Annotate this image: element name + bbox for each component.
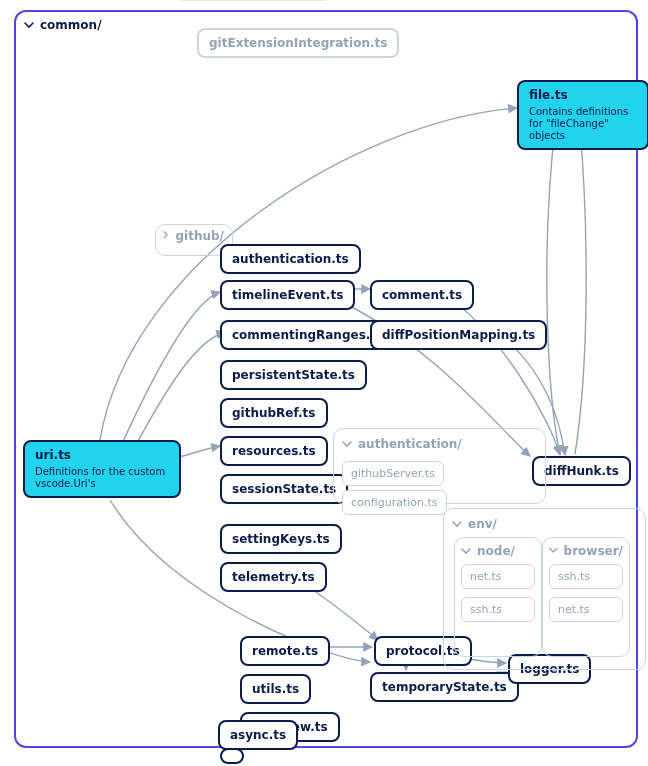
group-env-browser: browser/ ssh.ts net.ts [542,537,630,657]
node-comment[interactable]: comment.ts [370,280,474,310]
node-sessionState[interactable]: sessionState.ts [220,474,348,504]
group-env-node-header[interactable]: node/ [461,544,535,558]
node-env-node-net[interactable]: net.ts [461,564,535,589]
node-label: telemetry.ts [232,570,315,584]
node-label: ssh.ts [470,603,502,616]
node-label: utils.ts [252,682,299,696]
node-label: temporaryState.ts [382,680,507,694]
node-diffPositionMapping[interactable]: diffPositionMapping.ts [370,320,547,350]
node-label: ssh.ts [558,570,590,583]
node-utils[interactable]: utils.ts [240,674,311,704]
group-env-label: env/ [468,517,497,531]
chevron-down-icon [461,546,471,556]
node-label: commentingRanges.ts [232,328,383,342]
group-authentication: authentication/ githubServer.ts configur… [333,428,546,504]
node-resources[interactable]: resources.ts [220,436,328,466]
node-label: timelineEvent.ts [232,288,343,302]
node-async-wrapper [220,748,244,764]
node-label: githubRef.ts [232,406,316,420]
node-desc: Definitions for the custom vscode.Uri's [35,466,169,490]
diagram-stage: { "groups": { "common": { "label": "comm… [0,0,648,766]
node-diffHunk[interactable]: diffHunk.ts [532,456,631,486]
group-env-node-label: node/ [477,544,515,558]
node-gitExtensionIntegration[interactable]: gitExtensionIntegration.ts [197,28,399,58]
group-common-label: common/ [40,18,102,32]
group-common-header[interactable]: common/ [24,18,102,32]
node-label: settingKeys.ts [232,532,330,546]
group-env: env/ node/ net.ts ssh.ts browser/ ssh.ts… [443,508,646,670]
chevron-down-icon [342,439,352,449]
node-persistentState[interactable]: persistentState.ts [220,360,367,390]
node-label: diffHunk.ts [544,464,619,478]
node-label: persistentState.ts [232,368,355,382]
group-env-browser-label: browser/ [564,544,623,558]
chevron-right-icon [162,231,170,241]
group-env-browser-header[interactable]: browser/ [549,544,623,558]
node-label: gitExtensionIntegration.ts [209,36,387,50]
node-label: configuration.ts [351,496,438,509]
node-remote[interactable]: remote.ts [240,636,330,666]
node-uri[interactable]: uri.ts Definitions for the custom vscode… [23,440,181,498]
node-temporaryState[interactable]: temporaryState.ts [370,672,519,702]
node-timelineEvent[interactable]: timelineEvent.ts [220,280,355,310]
node-label: file.ts [529,88,568,102]
node-label: diffPositionMapping.ts [382,328,535,342]
node-configuration[interactable]: configuration.ts [342,490,447,515]
node-env-browser-net[interactable]: net.ts [549,597,623,622]
node-label: githubServer.ts [351,467,435,480]
chevron-down-icon [452,519,462,529]
node-desc: Contains definitions for "fileChange" ob… [529,106,637,142]
node-label: authentication.ts [232,252,349,266]
group-env-node: node/ net.ts ssh.ts [454,537,542,657]
node-label: net.ts [470,570,502,583]
group-env-header[interactable]: env/ [452,517,637,531]
node-authentication[interactable]: authentication.ts [220,244,361,274]
node-async[interactable]: async.ts [218,720,298,750]
group-authentication-label: authentication/ [358,437,462,451]
node-label: async.ts [230,728,286,742]
node-commentingRanges[interactable]: commentingRanges.ts [220,320,395,350]
node-label: net.ts [558,603,590,616]
node-label: resources.ts [232,444,316,458]
node-env-node-ssh[interactable]: ssh.ts [461,597,535,622]
node-telemetry[interactable]: telemetry.ts [220,562,327,592]
node-githubRef[interactable]: githubRef.ts [220,398,328,428]
node-settingKeys[interactable]: settingKeys.ts [220,524,342,554]
node-env-browser-ssh[interactable]: ssh.ts [549,564,623,589]
group-github-label: github/ [176,229,225,243]
outer-tab-edge [180,0,325,3]
node-label: sessionState.ts [232,482,336,496]
chevron-down-icon [549,546,558,556]
node-file[interactable]: file.ts Contains definitions for "fileCh… [517,80,648,150]
group-authentication-header[interactable]: authentication/ [342,437,537,451]
node-label: remote.ts [252,644,318,658]
node-label: comment.ts [382,288,462,302]
chevron-down-icon [24,20,34,30]
node-githubServer[interactable]: githubServer.ts [342,461,444,486]
node-label: uri.ts [35,448,71,462]
